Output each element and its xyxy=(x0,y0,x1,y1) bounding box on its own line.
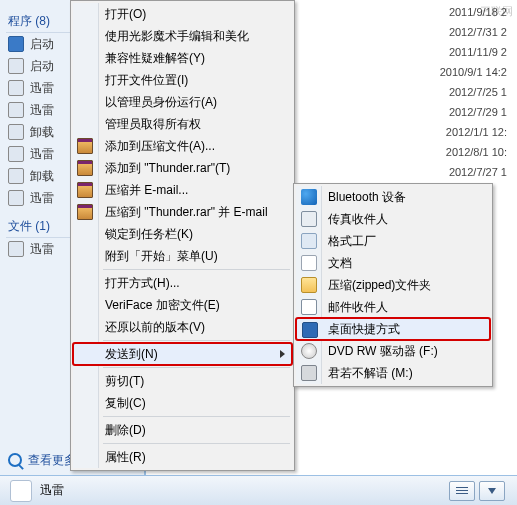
menu-open[interactable]: 打开(O) xyxy=(73,3,292,25)
menu-separator xyxy=(103,416,290,417)
sidebar-item-label: 卸载 xyxy=(30,168,54,185)
menu-compat[interactable]: 兼容性疑难解答(Y) xyxy=(73,47,292,69)
detail-icon xyxy=(10,480,32,502)
menu-item-label: 还原以前的版本(V) xyxy=(105,319,205,336)
sendto-zipped[interactable]: 压缩(zipped)文件夹 xyxy=(296,274,490,296)
submenu-item-label: Bluetooth 设备 xyxy=(328,189,406,206)
menu-item-label: 以管理员身份运行(A) xyxy=(105,94,217,111)
view-dropdown-button[interactable] xyxy=(479,481,505,501)
menu-take-ownership[interactable]: 管理员取得所有权 xyxy=(73,113,292,135)
submenu-item-label: 压缩(zipped)文件夹 xyxy=(328,277,431,294)
winrar-icon xyxy=(77,204,93,220)
menu-rar-add-named[interactable]: 添加到 "Thunder.rar"(T) xyxy=(73,157,292,179)
menu-cut[interactable]: 剪切(T) xyxy=(73,370,292,392)
app-icon xyxy=(8,36,24,52)
menu-item-label: 打开(O) xyxy=(105,6,146,23)
sidebar-item-label: 启动 xyxy=(30,36,54,53)
winrar-icon xyxy=(77,160,93,176)
dvd-drive-icon xyxy=(301,343,317,359)
app-icon xyxy=(8,190,24,206)
menu-rar-email[interactable]: 压缩并 E-mail... xyxy=(73,179,292,201)
app-icon xyxy=(8,168,24,184)
sidebar-item-label: 迅雷 xyxy=(30,190,54,207)
sendto-desktop-shortcut[interactable]: 桌面快捷方式 xyxy=(296,318,490,340)
menu-item-label: 压缩到 "Thunder.rar" 并 E-mail xyxy=(105,204,268,221)
menu-pin-start[interactable]: 附到「开始」菜单(U) xyxy=(73,245,292,267)
app-icon xyxy=(8,102,24,118)
file-date: 2012/7/29 1 xyxy=(449,106,507,118)
menu-separator xyxy=(103,443,290,444)
menu-item-label: 属性(R) xyxy=(105,449,146,466)
menu-item-label: 压缩并 E-mail... xyxy=(105,182,188,199)
view-mode-button[interactable] xyxy=(449,481,475,501)
menu-item-label: 添加到 "Thunder.rar"(T) xyxy=(105,160,230,177)
desktop-icon xyxy=(302,322,318,338)
submenu-item-label: 传真收件人 xyxy=(328,211,388,228)
menu-separator xyxy=(103,367,290,368)
submenu-item-label: 格式工厂 xyxy=(328,233,376,250)
detail-name: 迅雷 xyxy=(40,482,64,499)
file-date: 2012/7/25 1 xyxy=(449,86,507,98)
menu-item-label: VeriFace 加密文件(E) xyxy=(105,297,220,314)
submenu-item-label: 邮件收件人 xyxy=(328,299,388,316)
file-date: 2011/9/18 2 xyxy=(449,6,507,18)
file-date: 2012/8/1 10: xyxy=(446,146,507,158)
app-icon xyxy=(8,146,24,162)
mail-icon xyxy=(301,299,317,315)
menu-item-label: 附到「开始」菜单(U) xyxy=(105,248,218,265)
app-icon xyxy=(8,124,24,140)
menu-properties[interactable]: 属性(R) xyxy=(73,446,292,468)
sendto-mail[interactable]: 邮件收件人 xyxy=(296,296,490,318)
winrar-icon xyxy=(77,138,93,154)
document-icon xyxy=(301,255,317,271)
send-to-submenu: Bluetooth 设备 传真收件人 格式工厂 文档 压缩(zipped)文件夹… xyxy=(293,183,493,387)
menu-send-to[interactable]: 发送到(N) xyxy=(73,343,292,365)
sendto-dvd[interactable]: DVD RW 驱动器 (F:) xyxy=(296,340,490,362)
sendto-formatfactory[interactable]: 格式工厂 xyxy=(296,230,490,252)
submenu-item-label: 君若不解语 (M:) xyxy=(328,365,413,382)
menu-separator xyxy=(103,269,290,270)
submenu-arrow-icon xyxy=(280,350,285,358)
submenu-item-label: 文档 xyxy=(328,255,352,272)
context-menu: 打开(O) 使用光影魔术手编辑和美化 兼容性疑难解答(Y) 打开文件位置(I) … xyxy=(70,0,295,471)
sidebar-item-label: 迅雷 xyxy=(30,80,54,97)
menu-neoimaging[interactable]: 使用光影魔术手编辑和美化 xyxy=(73,25,292,47)
sendto-fax[interactable]: 传真收件人 xyxy=(296,208,490,230)
menu-item-label: 复制(C) xyxy=(105,395,146,412)
sidebar-item-label: 迅雷 xyxy=(30,102,54,119)
menu-rar-add[interactable]: 添加到压缩文件(A)... xyxy=(73,135,292,157)
file-date: 2012/1/1 12: xyxy=(446,126,507,138)
menu-copy[interactable]: 复制(C) xyxy=(73,392,292,414)
menu-separator xyxy=(103,340,290,341)
fax-icon xyxy=(301,211,317,227)
submenu-item-label: 桌面快捷方式 xyxy=(328,321,400,338)
sidebar-item-label: 卸载 xyxy=(30,124,54,141)
menu-open-with[interactable]: 打开方式(H)... xyxy=(73,272,292,294)
sendto-bluetooth[interactable]: Bluetooth 设备 xyxy=(296,186,490,208)
menu-restore-prev[interactable]: 还原以前的版本(V) xyxy=(73,316,292,338)
menu-run-admin[interactable]: 以管理员身份运行(A) xyxy=(73,91,292,113)
menu-item-label: 添加到压缩文件(A)... xyxy=(105,138,215,155)
menu-rar-email-named[interactable]: 压缩到 "Thunder.rar" 并 E-mail xyxy=(73,201,292,223)
submenu-item-label: DVD RW 驱动器 (F:) xyxy=(328,343,438,360)
winrar-icon xyxy=(77,182,93,198)
sendto-documents[interactable]: 文档 xyxy=(296,252,490,274)
zip-folder-icon xyxy=(301,277,317,293)
details-bar: 迅雷 xyxy=(0,475,517,505)
search-icon xyxy=(8,453,22,467)
menu-item-label: 打开文件位置(I) xyxy=(105,72,188,89)
sendto-drive-m[interactable]: 君若不解语 (M:) xyxy=(296,362,490,384)
menu-item-label: 管理员取得所有权 xyxy=(105,116,201,133)
sidebar-item-label: 迅雷 xyxy=(30,146,54,163)
menu-veriface[interactable]: VeriFace 加密文件(E) xyxy=(73,294,292,316)
menu-delete[interactable]: 删除(D) xyxy=(73,419,292,441)
menu-pin-taskbar[interactable]: 锁定到任务栏(K) xyxy=(73,223,292,245)
menu-open-location[interactable]: 打开文件位置(I) xyxy=(73,69,292,91)
app-icon xyxy=(8,58,24,74)
formatfactory-icon xyxy=(301,233,317,249)
sidebar-item-label: 启动 xyxy=(30,58,54,75)
sidebar-item-label: 迅雷 xyxy=(30,241,54,258)
menu-item-label: 兼容性疑难解答(Y) xyxy=(105,50,205,67)
file-icon xyxy=(8,241,24,257)
file-date: 2012/7/31 2 xyxy=(449,26,507,38)
